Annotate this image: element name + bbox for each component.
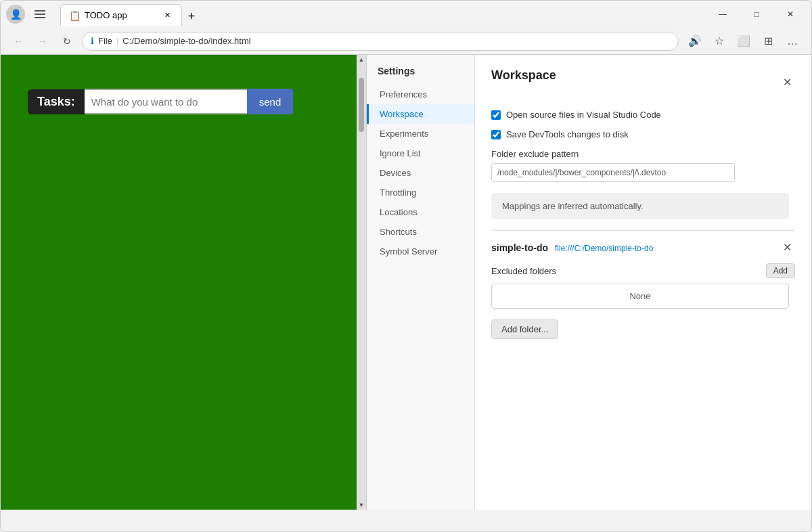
- sidebar-toggle-btn[interactable]: [30, 5, 49, 24]
- favorite-button[interactable]: ☆: [708, 30, 730, 52]
- settings-item-devices[interactable]: Devices: [367, 163, 474, 183]
- none-label: None: [629, 291, 650, 301]
- send-button[interactable]: send: [247, 89, 294, 114]
- checkbox-vscode-row: Open source files in Visual Studio Code: [491, 110, 795, 120]
- tab-label: TODO app: [85, 10, 127, 20]
- checkbox-disk[interactable]: [491, 130, 501, 139]
- address-separator: |: [116, 36, 118, 46]
- toolbar-actions: 🔊 ☆ ⬜ ⊞ …: [684, 30, 803, 52]
- tab-close-btn[interactable]: ✕: [161, 9, 173, 22]
- svg-rect-0: [35, 10, 45, 12]
- tab-icon: 📋: [69, 10, 81, 21]
- svg-rect-1: [35, 14, 45, 15]
- title-bar: 👤 📋 TODO app ✕ + — □ ✕: [1, 1, 811, 28]
- forward-button[interactable]: →: [33, 32, 52, 51]
- devtools-body: Settings Preferences Workspace Experimen…: [367, 55, 811, 510]
- todo-app: Tasks: send: [28, 89, 293, 114]
- window-controls: — □ ✕: [707, 3, 806, 25]
- settings-item-ignore-list[interactable]: Ignore List: [367, 143, 474, 163]
- webpage-area: Tasks: send ▲ ▼: [1, 55, 366, 510]
- scroll-thumb[interactable]: [359, 78, 364, 132]
- scroll-down-arrow[interactable]: ▼: [357, 500, 366, 510]
- settings-panel-title: Settings: [367, 60, 474, 85]
- settings-item-symbol-server[interactable]: Symbol Server: [367, 242, 474, 261]
- folder-exclude-input[interactable]: [491, 163, 735, 182]
- browser-content: Tasks: send ▲ ▼ Settings Preferences: [1, 55, 811, 510]
- devtools-panel: Settings Preferences Workspace Experimen…: [366, 55, 811, 510]
- close-button[interactable]: ✕: [775, 3, 806, 25]
- settings-sidebar: Settings Preferences Workspace Experimen…: [367, 55, 475, 510]
- file-label: File: [98, 36, 112, 46]
- mappings-info-box: Mappings are inferred automatically.: [491, 193, 789, 219]
- todo-label: Tasks:: [28, 89, 85, 114]
- checkbox-vscode[interactable]: [491, 110, 501, 120]
- new-tab-button[interactable]: +: [182, 7, 201, 26]
- url-display: C:/Demo/simple-to-do/index.html: [122, 36, 250, 46]
- settings-item-locations[interactable]: Locations: [367, 202, 474, 222]
- none-box: None: [491, 284, 789, 309]
- settings-item-experiments[interactable]: Experiments: [367, 124, 474, 143]
- maximize-button[interactable]: □: [741, 3, 772, 25]
- scroll-up-arrow[interactable]: ▲: [357, 55, 366, 64]
- settings-item-preferences[interactable]: Preferences: [367, 85, 474, 104]
- address-input-wrap[interactable]: ℹ File | C:/Demo/simple-to-do/index.html: [82, 32, 679, 51]
- scrollbar[interactable]: ▲ ▼: [357, 55, 366, 510]
- workspace-page-title: Workspace: [491, 68, 556, 83]
- user-avatar: 👤: [6, 5, 25, 24]
- active-tab[interactable]: 📋 TODO app ✕: [60, 4, 182, 26]
- more-button[interactable]: …: [782, 30, 803, 52]
- back-button[interactable]: ←: [9, 32, 28, 51]
- checkbox-disk-row: Save DevTools changes to disk: [491, 129, 795, 139]
- settings-item-throttling[interactable]: Throttling: [367, 183, 474, 202]
- split-button[interactable]: ⬜: [733, 30, 754, 52]
- workspace-entry: simple-to-do file:///C:/Demo/simple-to-d…: [491, 239, 795, 339]
- add-excluded-button[interactable]: Add: [766, 263, 795, 278]
- folder-exclude-label: Folder exclude pattern: [491, 149, 795, 159]
- reload-button[interactable]: ↻: [58, 32, 76, 51]
- address-bar: ← → ↻ ℹ File | C:/Demo/simple-to-do/inde…: [1, 28, 811, 55]
- todo-input[interactable]: [85, 89, 247, 114]
- mappings-info-text: Mappings are inferred automatically.: [502, 201, 644, 211]
- workspace-content: Workspace ✕ Open source files in Visual …: [475, 55, 811, 510]
- excluded-folders-label: Excluded folders: [491, 266, 556, 276]
- settings-item-shortcuts[interactable]: Shortcuts: [367, 222, 474, 242]
- divider: [491, 230, 795, 231]
- checkbox-vscode-label: Open source files in Visual Studio Code: [506, 110, 661, 120]
- minimize-button[interactable]: —: [707, 3, 738, 25]
- settings-item-workspace[interactable]: Workspace: [367, 104, 474, 124]
- workspace-path: file:///C:/Demo/simple-to-do: [555, 244, 653, 253]
- checkbox-disk-label: Save DevTools changes to disk: [506, 129, 629, 139]
- workspace-remove-button[interactable]: ✕: [779, 239, 795, 255]
- collections-button[interactable]: ⊞: [757, 30, 779, 52]
- excluded-folders-row: Excluded folders Add: [491, 263, 795, 278]
- tab-bar: 📋 TODO app ✕ +: [55, 3, 702, 26]
- devtools-close-button[interactable]: ✕: [779, 74, 795, 91]
- info-icon: ℹ: [91, 36, 94, 46]
- browser-window: 👤 📋 TODO app ✕ + — □ ✕ ← → ↻ ℹ File |: [0, 0, 812, 532]
- workspace-entry-header: simple-to-do file:///C:/Demo/simple-to-d…: [491, 239, 795, 255]
- read-aloud-button[interactable]: 🔊: [684, 30, 706, 52]
- add-folder-button[interactable]: Add folder...: [491, 319, 558, 339]
- svg-rect-2: [35, 17, 45, 18]
- workspace-name: simple-to-do: [491, 242, 548, 253]
